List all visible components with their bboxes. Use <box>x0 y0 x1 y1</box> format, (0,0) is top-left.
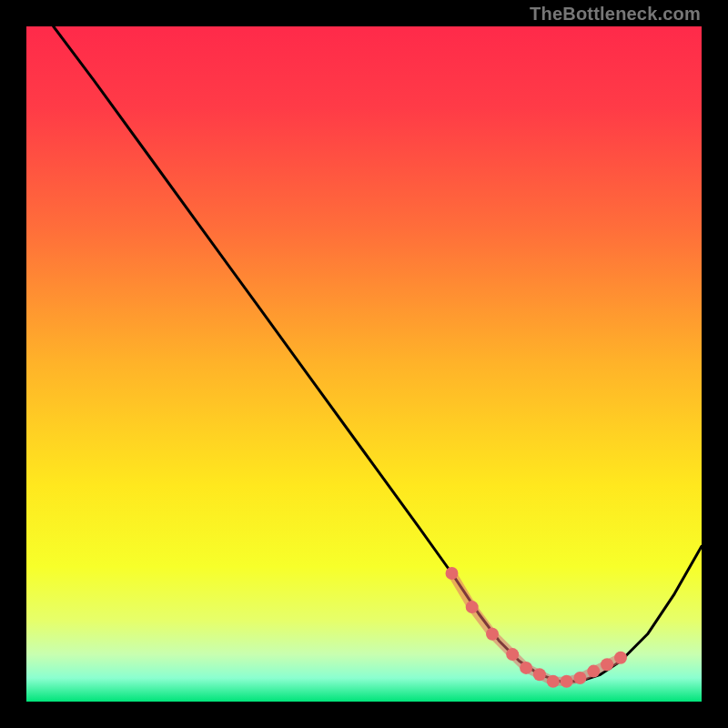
marker-optimal-band-markers <box>533 668 546 681</box>
chart-plot-area <box>26 26 702 702</box>
attribution-text: TheBottleneck.com <box>530 4 701 25</box>
marker-optimal-band-markers <box>547 675 560 688</box>
marker-optimal-band-markers <box>561 675 573 688</box>
marker-optimal-band-markers <box>573 672 586 684</box>
marker-optimal-band-markers <box>486 628 499 641</box>
marker-optimal-band-markers <box>601 658 613 671</box>
bottleneck-chart <box>26 26 702 702</box>
marker-optimal-band-markers <box>614 652 627 664</box>
marker-optimal-band-markers <box>506 648 519 661</box>
marker-optimal-band-markers <box>466 601 479 613</box>
marker-optimal-band-markers <box>446 567 459 580</box>
marker-optimal-band-markers <box>520 662 532 674</box>
marker-optimal-band-markers <box>587 665 600 678</box>
